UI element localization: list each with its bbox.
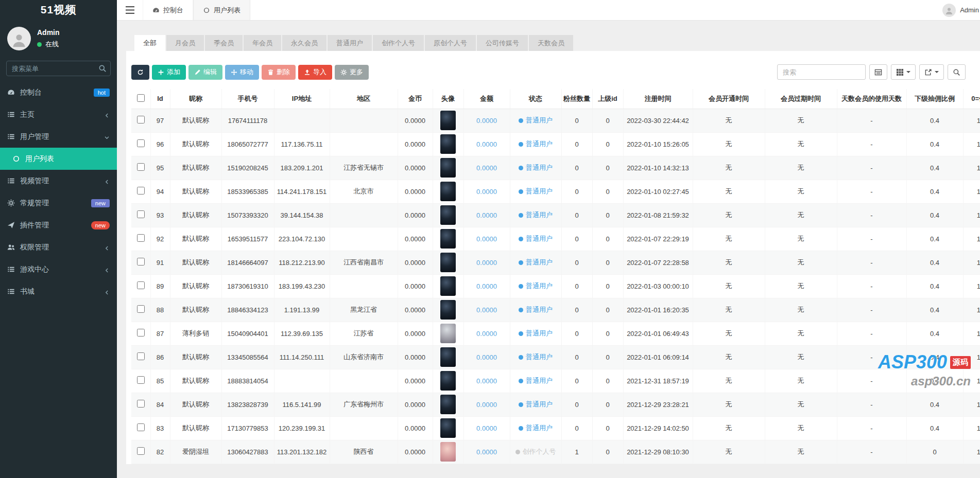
row-checkbox[interactable]: [137, 329, 145, 337]
sidebar-item-游戏中心[interactable]: 游戏中心: [0, 258, 117, 280]
amount-link[interactable]: 0.0000: [476, 306, 497, 314]
avatar-image[interactable]: [440, 158, 456, 178]
col-header-amount[interactable]: 金额: [463, 89, 510, 109]
add-button[interactable]: 添加: [152, 65, 186, 80]
amount-link[interactable]: 0.0000: [476, 448, 497, 456]
row-checkbox[interactable]: [137, 258, 145, 265]
row-checkbox[interactable]: [137, 352, 145, 360]
filter-tab-年会员[interactable]: 年会员: [244, 35, 281, 51]
col-header-cut[interactable]: 0=停: [963, 89, 980, 109]
avatar-image[interactable]: [440, 205, 456, 225]
row-checkbox[interactable]: [137, 423, 145, 431]
amount-link[interactable]: 0.0000: [476, 401, 497, 409]
avatar-image[interactable]: [440, 418, 456, 438]
search-icon[interactable]: [98, 64, 107, 73]
amount-link[interactable]: 0.0000: [476, 377, 497, 385]
avatar-image[interactable]: [440, 347, 456, 367]
avatar-image[interactable]: [440, 442, 456, 462]
sidebar-item-书城[interactable]: 书城: [0, 280, 117, 303]
col-header-fans[interactable]: 粉丝数量: [561, 89, 592, 109]
row-checkbox[interactable]: [137, 163, 145, 171]
amount-link[interactable]: 0.0000: [476, 424, 497, 432]
filter-tab-永久会员[interactable]: 永久会员: [282, 35, 326, 51]
row-checkbox[interactable]: [137, 447, 145, 455]
col-header-region[interactable]: 地区: [330, 89, 398, 109]
sidebar-item-视频管理[interactable]: 视频管理: [0, 170, 117, 192]
avatar-image[interactable]: [440, 182, 456, 201]
amount-link[interactable]: 0.0000: [476, 330, 497, 338]
amount-link[interactable]: 0.0000: [476, 282, 497, 290]
avatar-image[interactable]: [440, 134, 456, 154]
row-checkbox[interactable]: [137, 305, 145, 313]
col-header-id[interactable]: Id: [150, 89, 170, 109]
row-checkbox[interactable]: [137, 187, 145, 194]
row-checkbox[interactable]: [137, 376, 145, 384]
delete-button[interactable]: 删除: [262, 65, 296, 80]
amount-link[interactable]: 0.0000: [476, 164, 497, 172]
avatar-image[interactable]: [440, 371, 456, 391]
row-checkbox[interactable]: [137, 116, 145, 123]
avatar-image[interactable]: [440, 276, 456, 296]
sidebar-item-用户管理[interactable]: 用户管理: [0, 126, 117, 148]
table-search-input[interactable]: [777, 64, 866, 80]
columns-dropdown-button[interactable]: [891, 64, 916, 80]
amount-link[interactable]: 0.0000: [476, 140, 497, 148]
col-header-vip_start[interactable]: 会员开通时间: [693, 89, 765, 109]
avatar-image[interactable]: [440, 300, 456, 320]
amount-link[interactable]: 0.0000: [476, 353, 497, 361]
col-header-commission[interactable]: 下级抽佣比例: [906, 89, 963, 109]
filter-tab-创作个人号[interactable]: 创作个人号: [373, 35, 424, 51]
col-header-reg_time[interactable]: 注册时间: [623, 89, 693, 109]
sidebar-item-插件管理[interactable]: 插件管理new: [0, 214, 117, 236]
edit-button[interactable]: 编辑: [188, 65, 222, 80]
col-header-vip_end[interactable]: 会员过期时间: [765, 89, 837, 109]
refresh-button[interactable]: [131, 65, 149, 80]
export-dropdown-button[interactable]: [919, 64, 944, 80]
more-button[interactable]: 更多: [335, 65, 369, 80]
advanced-search-button[interactable]: [948, 64, 966, 80]
topbar-tab-控制台[interactable]: 控制台: [143, 0, 193, 20]
filter-tab-原创个人号[interactable]: 原创个人号: [425, 35, 476, 51]
sidebar-item-控制台[interactable]: 控制台hot: [0, 81, 117, 103]
move-button[interactable]: 移动: [225, 65, 259, 80]
col-header-status[interactable]: 状态: [510, 89, 561, 109]
row-checkbox[interactable]: [137, 210, 145, 218]
row-checkbox[interactable]: [137, 281, 145, 289]
col-header-coins[interactable]: 金币: [398, 89, 433, 109]
filter-tab-普通用户[interactable]: 普通用户: [328, 35, 372, 51]
avatar-image[interactable]: [440, 395, 456, 414]
col-header-days_used[interactable]: 天数会员的使用天数: [837, 89, 906, 109]
toggle-view-button[interactable]: [869, 64, 887, 80]
col-header-phone[interactable]: 手机号: [221, 89, 274, 109]
sidebar-item-主页[interactable]: 主页: [0, 103, 117, 126]
filter-tab-季会员[interactable]: 季会员: [205, 35, 243, 51]
amount-link[interactable]: 0.0000: [476, 117, 497, 125]
hamburger-menu-icon[interactable]: [117, 0, 143, 20]
avatar-image[interactable]: [440, 253, 456, 272]
filter-tab-全部[interactable]: 全部: [134, 35, 165, 51]
filter-tab-天数会员[interactable]: 天数会员: [529, 35, 573, 51]
amount-link[interactable]: 0.0000: [476, 188, 497, 196]
filter-tab-月会员[interactable]: 月会员: [166, 35, 204, 51]
amount-link[interactable]: 0.0000: [476, 235, 497, 243]
avatar-image[interactable]: [440, 324, 456, 343]
col-header-parent_id[interactable]: 上级id: [592, 89, 623, 109]
sidebar-item-用户列表[interactable]: 用户列表: [0, 148, 117, 170]
avatar-image[interactable]: [440, 229, 456, 249]
topbar-user-menu[interactable]: Admin: [942, 0, 980, 20]
row-checkbox[interactable]: [137, 400, 145, 408]
select-all-checkbox[interactable]: [137, 94, 145, 102]
amount-link[interactable]: 0.0000: [476, 211, 497, 219]
col-header-avatar[interactable]: 头像: [433, 89, 463, 109]
amount-link[interactable]: 0.0000: [476, 259, 497, 267]
avatar-image[interactable]: [440, 111, 456, 130]
sidebar-item-权限管理[interactable]: 权限管理: [0, 236, 117, 258]
row-checkbox[interactable]: [137, 139, 145, 147]
filter-tab-公司传媒号[interactable]: 公司传媒号: [477, 35, 528, 51]
import-button[interactable]: 导入: [298, 65, 332, 80]
col-header-nickname[interactable]: 昵称: [170, 89, 221, 109]
sidebar-item-常规管理[interactable]: 常规管理new: [0, 192, 117, 214]
topbar-tab-用户列表[interactable]: 用户列表: [193, 0, 250, 20]
sidebar-search-input[interactable]: [6, 61, 111, 76]
col-header-ip[interactable]: IP地址: [274, 89, 330, 109]
